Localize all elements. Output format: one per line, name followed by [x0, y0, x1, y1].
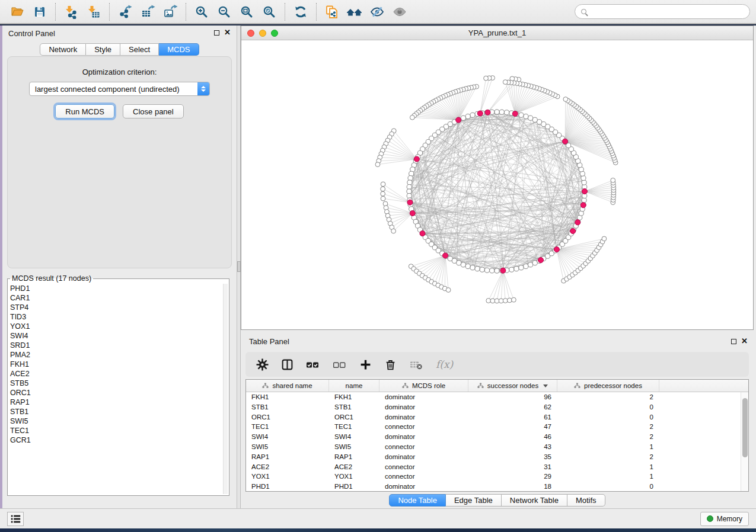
tab-network[interactable]: Network	[40, 43, 86, 56]
result-list-item[interactable]: TID3	[10, 312, 222, 322]
first-neighbors-button[interactable]	[343, 2, 366, 21]
table-row[interactable]: TEC1TEC1connector472	[246, 422, 741, 432]
table-cell: ORC1	[329, 412, 379, 422]
table-cell: 31	[468, 462, 557, 472]
status-bar: Memory	[0, 508, 756, 528]
table-cell: ACE2	[329, 462, 379, 472]
table-cell: 29	[468, 472, 557, 482]
hide-selected-button[interactable]	[366, 2, 388, 21]
task-history-button[interactable]	[7, 512, 24, 526]
table-tab-node-table[interactable]: Node Table	[389, 494, 446, 507]
float-table-panel-icon[interactable]	[731, 339, 736, 344]
table-row[interactable]: YOX1YOX1connector291	[246, 472, 741, 482]
column-header-predecessor-nodes[interactable]: predecessor nodes	[557, 380, 659, 392]
memory-button[interactable]: Memory	[700, 512, 749, 526]
result-list-item[interactable]: ORC1	[10, 388, 222, 398]
zoom-selected-button[interactable]	[258, 2, 280, 21]
table-cell	[659, 482, 741, 492]
show-columns-button[interactable]	[281, 358, 294, 371]
column-header-name[interactable]: name	[329, 380, 379, 392]
hierarchy-icon	[477, 383, 484, 389]
create-column-button[interactable]	[359, 358, 372, 371]
table-row[interactable]: STB1STB1dominator620	[246, 402, 741, 412]
zoom-fit-button[interactable]	[235, 2, 258, 21]
toolbar-separator	[109, 3, 110, 21]
result-list-item[interactable]: TEC1	[10, 426, 222, 435]
show-all-button[interactable]	[388, 2, 411, 21]
tab-select[interactable]: Select	[120, 43, 159, 56]
apply-function-button[interactable]: f(x)	[436, 358, 453, 370]
select-all-button[interactable]	[306, 358, 320, 371]
table-cell: 43	[468, 442, 557, 452]
table-options-button[interactable]	[256, 358, 269, 371]
zoom-selected-icon	[261, 5, 277, 19]
table-panel-title: Table Panel	[249, 337, 289, 346]
table-row[interactable]: ORC1ORC1dominator610	[246, 412, 741, 422]
import-table-button[interactable]	[82, 2, 105, 21]
float-panel-icon[interactable]	[214, 30, 219, 36]
network-canvas[interactable]	[241, 40, 753, 329]
run-mcds-button[interactable]: Run MCDS	[55, 104, 114, 118]
result-list-item[interactable]: ACE2	[10, 369, 222, 379]
result-list-item[interactable]: STP4	[10, 303, 222, 312]
open-session-button[interactable]	[6, 2, 28, 21]
table-cell: dominator	[379, 432, 468, 442]
result-list-item[interactable]: STB1	[10, 407, 222, 416]
select-stepper-icon	[197, 82, 209, 95]
result-list-item[interactable]: GCR1	[10, 435, 222, 445]
deselect-all-icon	[333, 358, 347, 371]
table-cell: dominator	[379, 452, 468, 462]
clone-network-button[interactable]	[321, 2, 343, 21]
refresh-icon	[293, 5, 308, 19]
table-cell	[659, 432, 741, 442]
columns-icon	[281, 358, 294, 371]
result-list-item[interactable]: PMA2	[10, 350, 222, 360]
column-header-mcds-role[interactable]: MCDS role	[379, 380, 468, 392]
table-scrollbar-thumb[interactable]	[742, 398, 748, 457]
table-tab-edge-table[interactable]: Edge Table	[446, 494, 502, 507]
delete-table-button[interactable]	[409, 358, 423, 371]
table-tab-network-table[interactable]: Network Table	[502, 494, 567, 507]
export-network-button[interactable]	[114, 2, 136, 21]
toolbar-separator	[285, 3, 285, 21]
table-cell: 61	[468, 412, 557, 422]
result-list-item[interactable]: SWI5	[10, 416, 222, 426]
column-header-successor-nodes[interactable]: successor nodes	[468, 380, 557, 392]
table-row[interactable]: FKH1FKH1dominator962	[246, 392, 741, 402]
table-row[interactable]: ACE2ACE2connector311	[246, 462, 741, 472]
toolbar-separator	[55, 3, 56, 21]
result-list-item[interactable]: RAP1	[10, 398, 222, 407]
result-list-item[interactable]: SWI4	[10, 331, 222, 341]
result-list-item[interactable]: FKH1	[10, 360, 222, 369]
optimization-select[interactable]: largest connected component (undirected)	[29, 82, 210, 96]
delete-columns-button[interactable]	[384, 358, 397, 371]
table-row[interactable]: RAP1RAP1dominator352	[246, 452, 741, 462]
column-header-shared-name[interactable]: shared name	[246, 380, 329, 392]
deselect-all-button[interactable]	[333, 358, 347, 371]
tab-style[interactable]: Style	[86, 43, 120, 56]
refresh-button[interactable]	[289, 2, 312, 21]
search-input[interactable]	[591, 8, 744, 16]
zoom-out-button[interactable]	[213, 2, 235, 21]
export-image-button[interactable]	[159, 2, 181, 21]
mcds-result-title: MCDS result (17 nodes)	[10, 274, 93, 283]
table-row[interactable]: PHD1PHD1dominator180	[246, 482, 741, 492]
import-network-button[interactable]	[60, 2, 82, 21]
tab-mcds[interactable]: MCDS	[159, 43, 199, 56]
close-panel-icon[interactable]: ✕	[224, 30, 231, 36]
export-table-button[interactable]	[136, 2, 159, 21]
result-list-item[interactable]: SRD1	[10, 341, 222, 350]
table-scrollbar[interactable]	[741, 392, 748, 491]
result-list-item[interactable]: PHD1	[10, 284, 222, 293]
result-scrollbar[interactable]	[223, 284, 228, 494]
zoom-in-button[interactable]	[190, 2, 213, 21]
table-row[interactable]: SWI4SWI4dominator462	[246, 432, 741, 442]
result-list-item[interactable]: YOX1	[10, 322, 222, 331]
save-session-button[interactable]	[28, 2, 51, 21]
table-row[interactable]: SWI5SWI5connector431	[246, 442, 741, 452]
result-list-item[interactable]: STB5	[10, 379, 222, 388]
close-panel-button[interactable]: Close panel	[123, 104, 184, 118]
table-tab-motifs[interactable]: Motifs	[567, 494, 605, 507]
close-table-panel-icon[interactable]: ✕	[741, 338, 748, 344]
result-list-item[interactable]: CAR1	[10, 293, 222, 303]
